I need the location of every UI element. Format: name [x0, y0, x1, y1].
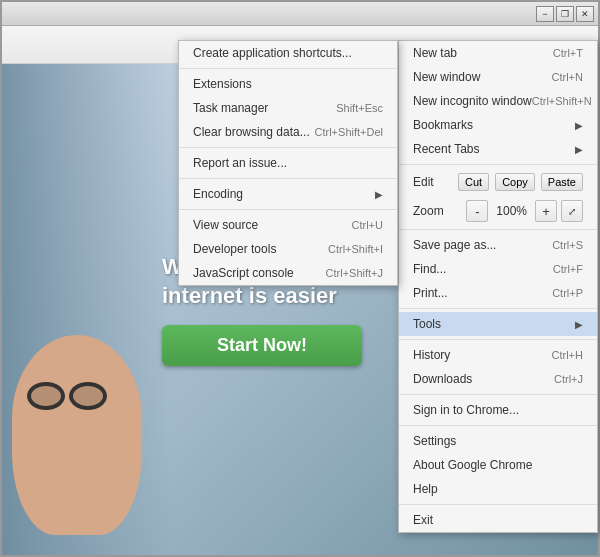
menu-item-edit: Edit Cut Copy Paste — [399, 168, 597, 196]
menu-label-task-manager: Task manager — [193, 101, 268, 115]
menu-item-report-issue[interactable]: Report an issue... — [179, 151, 397, 175]
menu-item-about[interactable]: About Google Chrome — [399, 453, 597, 477]
menu-label-recent-tabs: Recent Tabs — [413, 142, 480, 156]
copy-button[interactable]: Copy — [495, 173, 535, 191]
close-button[interactable]: ✕ — [576, 6, 594, 22]
menu-item-bookmarks[interactable]: Bookmarks ▶ — [399, 113, 597, 137]
divider — [399, 394, 597, 395]
menu-label-history: History — [413, 348, 450, 362]
menu-label-encoding: Encoding — [193, 187, 243, 201]
menu-item-downloads[interactable]: Downloads Ctrl+J — [399, 367, 597, 391]
menu-item-create-shortcuts[interactable]: Create application shortcuts... — [179, 41, 397, 65]
menu-label-downloads: Downloads — [413, 372, 472, 386]
minimize-button[interactable]: − — [536, 6, 554, 22]
shortcut-javascript-console: Ctrl+Shift+J — [326, 267, 383, 279]
menu-label-find: Find... — [413, 262, 446, 276]
menu-label-tools: Tools — [413, 317, 441, 331]
shortcut-print: Ctrl+P — [552, 287, 583, 299]
menu-label-print: Print... — [413, 286, 448, 300]
shortcut-clear-browsing: Ctrl+Shift+Del — [315, 126, 383, 138]
menu-label-javascript-console: JavaScript console — [193, 266, 294, 280]
menu-item-settings[interactable]: Settings — [399, 429, 597, 453]
shortcut-save-page: Ctrl+S — [552, 239, 583, 251]
title-bar: − ❐ ✕ — [2, 2, 598, 26]
divider — [399, 229, 597, 230]
divider — [179, 178, 397, 179]
menu-label-clear-browsing: Clear browsing data... — [193, 125, 310, 139]
menu-label-save-page: Save page as... — [413, 238, 496, 252]
shortcut-view-source: Ctrl+U — [352, 219, 383, 231]
menu-item-recent-tabs[interactable]: Recent Tabs ▶ — [399, 137, 597, 161]
browser-window: − ❐ ✕ ☆ ≡ Support With Mokiray, se inter… — [0, 0, 600, 557]
menu-label-create-shortcuts: Create application shortcuts... — [193, 46, 352, 60]
menu-item-clear-browsing[interactable]: Clear browsing data... Ctrl+Shift+Del — [179, 120, 397, 144]
menu-label-bookmarks: Bookmarks — [413, 118, 473, 132]
zoom-label: Zoom — [413, 204, 462, 218]
menu-label-help: Help — [413, 482, 438, 496]
menu-label-new-window: New window — [413, 70, 480, 84]
zoom-percent: 100% — [492, 204, 531, 218]
menu-item-find[interactable]: Find... Ctrl+F — [399, 257, 597, 281]
maximize-button[interactable]: ❐ — [556, 6, 574, 22]
menu-label-exit: Exit — [413, 513, 433, 527]
menu-label-about: About Google Chrome — [413, 458, 532, 472]
menu-label-settings: Settings — [413, 434, 456, 448]
menu-item-new-incognito[interactable]: New incognito window Ctrl+Shift+N — [399, 89, 597, 113]
menu-label-view-source: View source — [193, 218, 258, 232]
menu-item-print[interactable]: Print... Ctrl+P — [399, 281, 597, 305]
arrow-icon: ▶ — [375, 189, 383, 200]
tools-submenu: Create application shortcuts... Extensio… — [178, 40, 398, 286]
arrow-icon: ▶ — [575, 319, 583, 330]
shortcut-find: Ctrl+F — [553, 263, 583, 275]
zoom-row: Zoom - 100% + ⤢ — [399, 196, 597, 226]
menu-item-javascript-console[interactable]: JavaScript console Ctrl+Shift+J — [179, 261, 397, 285]
menu-label-report-issue: Report an issue... — [193, 156, 287, 170]
menu-item-developer-tools[interactable]: Developer tools Ctrl+Shift+I — [179, 237, 397, 261]
menu-item-view-source[interactable]: View source Ctrl+U — [179, 213, 397, 237]
divider — [399, 504, 597, 505]
menu-item-save-page[interactable]: Save page as... Ctrl+S — [399, 233, 597, 257]
divider — [179, 147, 397, 148]
menu-item-encoding[interactable]: Encoding ▶ — [179, 182, 397, 206]
menu-label-developer-tools: Developer tools — [193, 242, 276, 256]
shortcut-task-manager: Shift+Esc — [336, 102, 383, 114]
menu-item-tools[interactable]: Tools ▶ — [399, 312, 597, 336]
divider — [399, 339, 597, 340]
shortcut-new-incognito: Ctrl+Shift+N — [532, 95, 592, 107]
menu-label-new-incognito: New incognito window — [413, 94, 532, 108]
divider — [179, 209, 397, 210]
menu-item-history[interactable]: History Ctrl+H — [399, 343, 597, 367]
menu-item-extensions[interactable]: Extensions — [179, 72, 397, 96]
menu-item-new-tab[interactable]: New tab Ctrl+T — [399, 41, 597, 65]
menu-item-new-window[interactable]: New window Ctrl+N — [399, 65, 597, 89]
shortcut-downloads: Ctrl+J — [554, 373, 583, 385]
menu-item-sign-in[interactable]: Sign in to Chrome... — [399, 398, 597, 422]
menu-label-new-tab: New tab — [413, 46, 457, 60]
divider — [399, 164, 597, 165]
menu-item-help[interactable]: Help — [399, 477, 597, 501]
shortcut-developer-tools: Ctrl+Shift+I — [328, 243, 383, 255]
menu-label-sign-in: Sign in to Chrome... — [413, 403, 519, 417]
chrome-menu: New tab Ctrl+T New window Ctrl+N New inc… — [398, 40, 598, 533]
start-now-button[interactable]: Start Now! — [162, 325, 362, 366]
zoom-plus-button[interactable]: + — [535, 200, 557, 222]
menu-item-exit[interactable]: Exit — [399, 508, 597, 532]
edit-label: Edit — [413, 175, 452, 189]
menu-item-task-manager[interactable]: Task manager Shift+Esc — [179, 96, 397, 120]
shortcut-history: Ctrl+H — [552, 349, 583, 361]
menu-label-extensions: Extensions — [193, 77, 252, 91]
divider — [399, 425, 597, 426]
divider — [179, 68, 397, 69]
shortcut-new-window: Ctrl+N — [552, 71, 583, 83]
arrow-icon: ▶ — [575, 144, 583, 155]
zoom-minus-button[interactable]: - — [466, 200, 488, 222]
paste-button[interactable]: Paste — [541, 173, 583, 191]
cut-button[interactable]: Cut — [458, 173, 489, 191]
zoom-fullscreen-button[interactable]: ⤢ — [561, 200, 583, 222]
arrow-icon: ▶ — [575, 120, 583, 131]
shortcut-new-tab: Ctrl+T — [553, 47, 583, 59]
divider — [399, 308, 597, 309]
